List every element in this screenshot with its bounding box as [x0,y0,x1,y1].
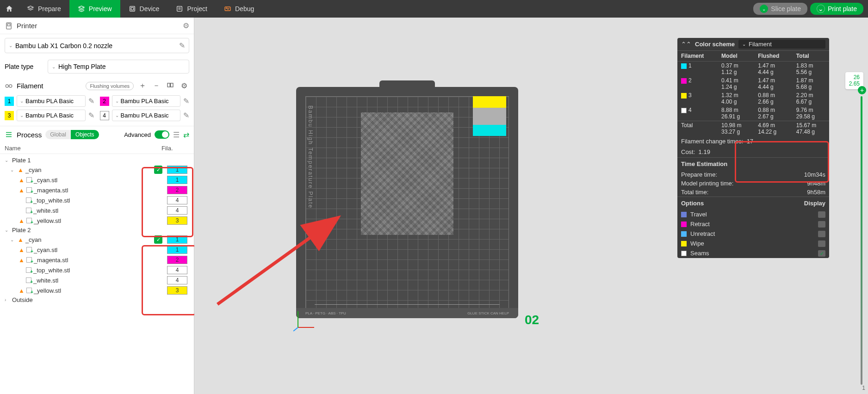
objects-option[interactable]: Objects [71,130,99,139]
table-row: 3 1.32 m4.00 g 0.88 m2.66 g 2.20 m6.67 g [677,91,829,106]
display-checkbox[interactable] [818,250,825,257]
button-label: Print plate [828,5,857,12]
filament-assign[interactable]: 4 [167,276,187,284]
filament-assign[interactable]: 1 [167,246,187,254]
option-label: Wipe [690,240,814,247]
visibility-checkbox[interactable]: ✓ [154,166,162,174]
printer-selector[interactable]: ⌄ Bambu Lab X1 Carbon 0.2 nozzle ✎ [5,38,189,53]
svg-rect-10 [167,83,170,87]
filament-assign[interactable]: 3 [167,286,187,295]
edit-icon[interactable]: ✎ [183,111,189,120]
file-icon [26,208,31,213]
object-row[interactable]: ▲ _magenta.stl 2 [2,255,192,265]
filament-item: 1 ⌄Bambu PLA Basic ✎ [5,95,94,107]
list-view-icon[interactable]: ☰ [173,130,180,139]
sync-ams-button[interactable] [165,81,175,91]
color-scheme-selector[interactable]: ⌄ Filament [738,40,825,49]
filament-swatch[interactable]: 2 [100,97,109,106]
object-row[interactable]: _white.stl 4 [2,275,192,285]
file-icon [26,197,31,203]
object-row[interactable]: _white.stl 4 [2,205,192,215]
object-row[interactable]: ▲ _cyan.stl 1 [2,245,192,255]
filament-swatch[interactable]: 1 [5,97,14,106]
remove-filament-button[interactable]: － [151,81,161,91]
tab-prepare[interactable]: Prepare [19,0,69,18]
filament-assign[interactable]: 1 [167,176,187,184]
purge-tower[interactable] [473,96,506,137]
filament-assign[interactable]: 4 [167,266,187,274]
filament-selector[interactable]: ⌄Bambu PLA Basic [112,95,181,107]
filament-swatch[interactable]: 4 [100,111,109,120]
filament-assign[interactable]: 1 [167,166,187,174]
object-row[interactable]: ▲ _cyan.stl 1 [2,175,192,185]
tab-project[interactable]: Project [167,0,216,18]
print-object[interactable] [361,112,453,235]
filament-assign[interactable]: 2 [167,256,187,264]
display-option-row: Retract [677,219,829,229]
edit-icon[interactable]: ✎ [88,111,94,120]
layer-slider[interactable] [861,96,862,385]
flushing-volumes-button[interactable]: Flushing volumes [86,82,134,90]
gear-icon[interactable]: ⚙ [183,21,189,30]
object-row[interactable]: ▲ _magenta.stl 2 [2,185,192,195]
outside-row[interactable]: ›Outside [2,296,192,304]
printer-name: Bambu Lab X1 Carbon 0.2 nozzle [15,42,176,49]
filament-assign[interactable]: 1 [167,235,187,244]
col-filament: Filament [677,51,718,62]
group-row[interactable]: ⌄▲_cyan ✓ 1 [2,234,192,245]
slider-bot-value: 2.65 [849,80,860,87]
edit-icon[interactable]: ✎ [179,41,185,50]
filament-selector[interactable]: ⌄Bambu PLA Basic [17,95,86,107]
display-checkbox[interactable] [818,211,825,218]
file-icon [26,257,32,263]
display-option-row: Wipe [677,239,829,248]
tab-debug[interactable]: Debug [216,0,262,18]
object-row[interactable]: ▲ _yellow.stl 3 [2,215,192,226]
advanced-toggle[interactable] [155,130,169,139]
tab-device[interactable]: Device [120,0,168,18]
display-checkbox[interactable] [818,240,825,247]
group-row[interactable]: ⌄▲_cyan ✓ 1 [2,165,192,175]
compare-icon[interactable]: ⇄ [183,130,189,139]
color-scheme-panel: ⌃⌃ Color scheme ⌄ Filament Filament Mode… [677,38,829,258]
chevron-down-icon[interactable]: ⌄ [817,5,825,13]
filament-assign[interactable]: 2 [167,186,187,194]
collapse-icon[interactable]: ⌃⌃ [681,41,691,48]
tab-preview[interactable]: Preview [69,0,120,18]
filament-stats-table: Filament Model Flushed Total 1 0.37 m1.1… [677,51,829,136]
filament-swatch[interactable]: 3 [5,111,14,120]
visibility-checkbox[interactable]: ✓ [154,235,162,244]
add-filament-button[interactable]: ＋ [137,81,148,91]
change-times-label: Filament change times: [681,138,743,145]
option-label: Seams [690,250,814,257]
plate-type-selector[interactable]: ⌄ High Temp Plate [48,60,189,74]
filament-selector[interactable]: ⌄Bambu PLA Basic [17,110,86,121]
3d-viewport[interactable]: Bambu High Temperature Plate PLA · PETG … [194,18,868,394]
global-option[interactable]: Global [45,130,71,139]
total-time-value: 9h58m [807,189,825,196]
slice-plate-button[interactable]: ⌄ Slice plate [753,3,807,15]
filament-assign[interactable]: 3 [167,216,187,225]
plate-row[interactable]: ⌄Plate 2 [2,226,192,234]
edit-icon[interactable]: ✎ [88,97,94,105]
object-row[interactable]: _top_white.stl 4 [2,265,192,275]
display-checkbox[interactable] [818,231,825,237]
filament-assign[interactable]: 4 [167,206,187,215]
process-scope-toggle[interactable]: Global Objects [45,130,99,139]
gear-icon[interactable]: ⚙ [179,81,189,90]
chevron-down-icon[interactable]: ⌄ [760,5,768,13]
display-option-row: Travel [677,209,829,219]
home-button[interactable] [0,0,19,18]
filament-assign[interactable]: 4 [167,196,187,204]
add-pause-button[interactable]: + [858,86,866,94]
display-checkbox[interactable] [818,221,825,228]
svg-line-17 [293,327,298,331]
object-row[interactable]: ▲ _yellow.stl 3 [2,285,192,296]
edit-icon[interactable]: ✎ [183,97,189,105]
print-plate-button[interactable]: ⌄ Print plate [810,3,863,15]
tree-header: Name Fila. [0,143,194,154]
filament-selector[interactable]: ⌄Bambu PLA Basic [112,110,181,121]
tab-label: Debug [235,5,254,12]
object-row[interactable]: _top_white.stl 4 [2,195,192,205]
plate-row[interactable]: ⌄Plate 1 [2,156,192,165]
